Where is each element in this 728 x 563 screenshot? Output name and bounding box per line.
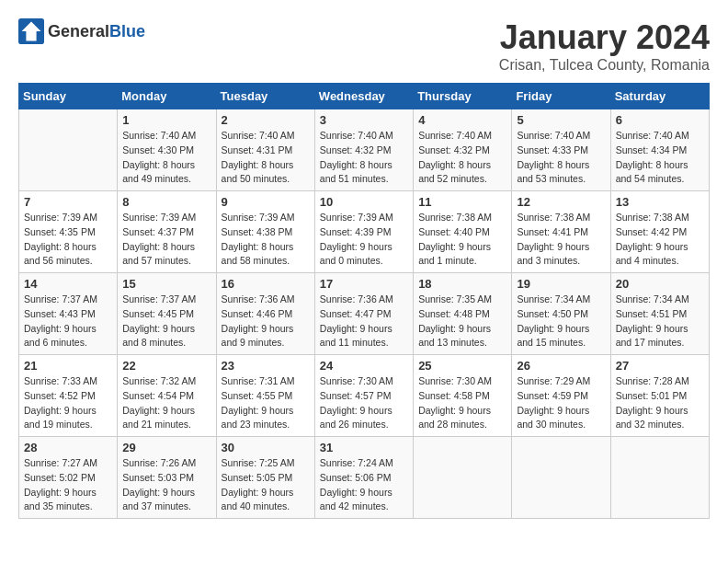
day-number: 25 [418,359,506,373]
week-row: 7Sunrise: 7:39 AM Sunset: 4:35 PM Daylig… [19,191,710,273]
page-header: General Blue January 2024 Crisan, Tulcea… [18,18,710,74]
calendar-cell: 10Sunrise: 7:39 AM Sunset: 4:39 PM Dayli… [314,191,413,273]
week-row: 28Sunrise: 7:27 AM Sunset: 5:02 PM Dayli… [19,437,710,519]
day-detail: Sunrise: 7:37 AM Sunset: 4:43 PM Dayligh… [24,293,112,350]
day-number: 8 [122,195,210,209]
calendar-cell: 28Sunrise: 7:27 AM Sunset: 5:02 PM Dayli… [19,437,118,519]
calendar-cell: 15Sunrise: 7:37 AM Sunset: 4:45 PM Dayli… [118,273,216,355]
day-detail: Sunrise: 7:37 AM Sunset: 4:45 PM Dayligh… [122,293,210,350]
day-detail: Sunrise: 7:40 AM Sunset: 4:32 PM Dayligh… [418,129,506,187]
day-header-monday: Monday [118,84,216,109]
calendar-cell: 20Sunrise: 7:34 AM Sunset: 4:51 PM Dayli… [610,273,709,355]
calendar-cell: 17Sunrise: 7:36 AM Sunset: 4:47 PM Dayli… [314,273,413,355]
day-number: 13 [616,195,704,209]
calendar-cell: 31Sunrise: 7:24 AM Sunset: 5:06 PM Dayli… [314,437,413,519]
calendar-cell: 8Sunrise: 7:39 AM Sunset: 4:37 PM Daylig… [118,191,216,273]
calendar-cell: 30Sunrise: 7:25 AM Sunset: 5:05 PM Dayli… [216,437,314,519]
logo-blue-text: Blue [109,22,145,41]
day-detail: Sunrise: 7:39 AM Sunset: 4:37 PM Dayligh… [122,211,210,269]
month-title: January 2024 [499,18,710,57]
calendar-cell: 14Sunrise: 7:37 AM Sunset: 4:43 PM Dayli… [19,273,118,355]
day-number: 16 [222,277,310,291]
calendar-cell: 21Sunrise: 7:33 AM Sunset: 4:52 PM Dayli… [19,355,118,437]
day-detail: Sunrise: 7:39 AM Sunset: 4:35 PM Dayligh… [24,211,112,269]
day-number: 12 [517,195,605,209]
day-detail: Sunrise: 7:36 AM Sunset: 4:47 PM Dayligh… [320,293,408,350]
calendar-cell: 12Sunrise: 7:38 AM Sunset: 4:41 PM Dayli… [512,191,610,273]
day-detail: Sunrise: 7:38 AM Sunset: 4:41 PM Dayligh… [517,211,605,269]
calendar-cell: 13Sunrise: 7:38 AM Sunset: 4:42 PM Dayli… [610,191,709,273]
day-number: 21 [24,359,112,373]
day-number: 5 [517,113,605,127]
calendar-table: SundayMondayTuesdayWednesdayThursdayFrid… [18,83,710,519]
day-number: 20 [616,277,704,291]
day-detail: Sunrise: 7:40 AM Sunset: 4:32 PM Dayligh… [320,129,408,187]
logo-icon [18,18,44,44]
day-header-wednesday: Wednesday [314,84,413,109]
day-header-sunday: Sunday [19,84,118,109]
day-number: 24 [320,359,408,373]
calendar-cell: 6Sunrise: 7:40 AM Sunset: 4:34 PM Daylig… [610,109,709,191]
calendar-cell [414,437,512,519]
calendar-cell: 25Sunrise: 7:30 AM Sunset: 4:58 PM Dayli… [414,355,512,437]
day-header-saturday: Saturday [610,84,709,109]
day-number: 14 [24,277,112,291]
day-detail: Sunrise: 7:28 AM Sunset: 5:01 PM Dayligh… [616,374,704,432]
day-number: 19 [517,277,605,291]
day-detail: Sunrise: 7:38 AM Sunset: 4:42 PM Dayligh… [616,211,704,269]
week-row: 14Sunrise: 7:37 AM Sunset: 4:43 PM Dayli… [19,273,710,355]
day-number: 15 [122,277,210,291]
calendar-cell: 1Sunrise: 7:40 AM Sunset: 4:30 PM Daylig… [118,109,216,191]
day-number: 1 [122,113,210,127]
day-number: 29 [122,441,210,454]
day-number: 11 [418,195,506,209]
calendar-cell [512,437,610,519]
day-detail: Sunrise: 7:27 AM Sunset: 5:02 PM Dayligh… [24,456,112,514]
day-number: 17 [320,277,408,291]
day-detail: Sunrise: 7:38 AM Sunset: 4:40 PM Dayligh… [418,211,506,269]
day-detail: Sunrise: 7:40 AM Sunset: 4:30 PM Dayligh… [122,129,210,187]
day-number: 10 [320,195,408,209]
calendar-cell: 11Sunrise: 7:38 AM Sunset: 4:40 PM Dayli… [414,191,512,273]
calendar-cell [19,109,118,191]
calendar-cell: 24Sunrise: 7:30 AM Sunset: 4:57 PM Dayli… [314,355,413,437]
day-detail: Sunrise: 7:33 AM Sunset: 4:52 PM Dayligh… [24,374,112,432]
day-number: 26 [517,359,605,373]
day-detail: Sunrise: 7:24 AM Sunset: 5:06 PM Dayligh… [320,456,408,514]
logo: General Blue [18,18,145,44]
day-number: 3 [320,113,408,127]
week-row: 1Sunrise: 7:40 AM Sunset: 4:30 PM Daylig… [19,109,710,191]
day-detail: Sunrise: 7:35 AM Sunset: 4:48 PM Dayligh… [418,293,506,350]
day-number: 31 [320,441,408,454]
calendar-cell: 29Sunrise: 7:26 AM Sunset: 5:03 PM Dayli… [118,437,216,519]
calendar-cell: 16Sunrise: 7:36 AM Sunset: 4:46 PM Dayli… [216,273,314,355]
day-detail: Sunrise: 7:25 AM Sunset: 5:05 PM Dayligh… [222,456,310,514]
day-number: 30 [222,441,310,454]
calendar-cell: 26Sunrise: 7:29 AM Sunset: 4:59 PM Dayli… [512,355,610,437]
calendar-cell: 23Sunrise: 7:31 AM Sunset: 4:55 PM Dayli… [216,355,314,437]
location-subtitle: Crisan, Tulcea County, Romania [499,57,710,74]
day-detail: Sunrise: 7:32 AM Sunset: 4:54 PM Dayligh… [122,374,210,432]
day-number: 7 [24,195,112,209]
day-number: 18 [418,277,506,291]
day-detail: Sunrise: 7:31 AM Sunset: 4:55 PM Dayligh… [222,374,310,432]
calendar-cell: 5Sunrise: 7:40 AM Sunset: 4:33 PM Daylig… [512,109,610,191]
day-detail: Sunrise: 7:34 AM Sunset: 4:51 PM Dayligh… [616,293,704,350]
calendar-cell: 4Sunrise: 7:40 AM Sunset: 4:32 PM Daylig… [414,109,512,191]
day-number: 9 [222,195,310,209]
day-detail: Sunrise: 7:36 AM Sunset: 4:46 PM Dayligh… [222,293,310,350]
day-detail: Sunrise: 7:40 AM Sunset: 4:31 PM Dayligh… [222,129,310,187]
calendar-cell: 2Sunrise: 7:40 AM Sunset: 4:31 PM Daylig… [216,109,314,191]
calendar-cell: 7Sunrise: 7:39 AM Sunset: 4:35 PM Daylig… [19,191,118,273]
day-number: 22 [122,359,210,373]
day-detail: Sunrise: 7:39 AM Sunset: 4:39 PM Dayligh… [320,211,408,269]
day-detail: Sunrise: 7:40 AM Sunset: 4:34 PM Dayligh… [616,129,704,187]
day-detail: Sunrise: 7:29 AM Sunset: 4:59 PM Dayligh… [517,374,605,432]
day-number: 4 [418,113,506,127]
day-header-thursday: Thursday [414,84,512,109]
day-detail: Sunrise: 7:30 AM Sunset: 4:57 PM Dayligh… [320,374,408,432]
day-number: 28 [24,441,112,454]
calendar-cell: 3Sunrise: 7:40 AM Sunset: 4:32 PM Daylig… [314,109,413,191]
day-detail: Sunrise: 7:40 AM Sunset: 4:33 PM Dayligh… [517,129,605,187]
calendar-cell [610,437,709,519]
